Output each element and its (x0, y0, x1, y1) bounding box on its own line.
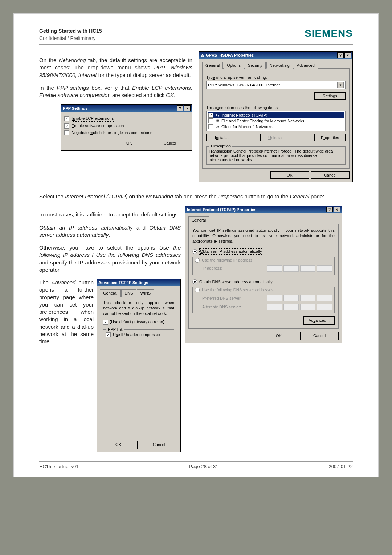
chevron-down-icon: ▼ (337, 82, 344, 88)
checkbox[interactable]: ✓ (106, 332, 111, 337)
tab-general[interactable]: General (100, 289, 121, 297)
description-label: Description (209, 144, 232, 148)
tabs: General (188, 216, 339, 224)
doc-title: Getting Started with HC15 (39, 28, 102, 35)
header-rule (39, 44, 353, 45)
dlg-titlebar[interactable]: PPP Settings ? × (61, 105, 192, 112)
ppp-opt2: Enable software compression (72, 123, 124, 129)
adv-opt2: Use IP header compressio (113, 332, 160, 337)
cancel-button[interactable]: Cancel (311, 171, 350, 179)
server-type-dropdown[interactable]: PPP: Windows 95/98/NT4/2000, Internet ▼ (206, 81, 346, 89)
item-text: File and Printer Sharing for Microsoft N… (221, 119, 304, 123)
footer-left: HC15_startup_v01 (39, 464, 78, 469)
tabs: General DNS WINS (100, 289, 177, 297)
install-button[interactable]: Install... (206, 134, 237, 141)
cancel-button[interactable]: Cancel (140, 441, 178, 449)
tab-wins[interactable]: WINS (137, 289, 154, 297)
close-icon[interactable]: × (334, 207, 340, 212)
conn-label: This connection uses the following items… (206, 105, 346, 110)
dropdown-value: PPP: Windows 95/98/NT4/2000, Internet (208, 83, 280, 87)
paragraph-4: In most cases, it is sufficient to accep… (39, 211, 181, 218)
help-icon[interactable]: ? (326, 207, 333, 212)
cancel-button[interactable]: Cancel (300, 332, 339, 340)
client-icon: 🖳 (215, 124, 220, 129)
ip-input (267, 295, 332, 301)
tab-general[interactable]: General (188, 216, 209, 224)
tab-general[interactable]: General (202, 62, 223, 69)
checkbox[interactable]: ✓ (64, 123, 69, 129)
alt-dns-label: Alternate DNS server: (202, 304, 241, 310)
dlg-title-text: Internet Protocol (TCP/IP) Properties (187, 207, 256, 212)
list-item[interactable]: 🖳 Client for Microsoft Networks (208, 124, 344, 130)
tcpip-r2: Use the following IP address: (202, 258, 253, 263)
tcpip-r4: Use the following DNS server addresses: (202, 287, 275, 293)
gprs-properties-dialog: 🖧 GPRS_HSDPA Properties ? × General Opti… (199, 51, 353, 182)
ok-button[interactable]: OK (260, 332, 298, 340)
pref-dns-label: Preferred DNS server: (202, 296, 242, 301)
paragraph-3: Select the Internet Protocol (TCP/IP) on… (39, 193, 353, 200)
radio[interactable] (195, 288, 200, 292)
list-item[interactable]: ✓ ⇆ Internet Protocol (TCP/IP) (208, 112, 344, 118)
tab-networking[interactable]: Networking (266, 62, 293, 69)
close-icon[interactable]: × (344, 52, 351, 58)
ok-button[interactable]: OK (110, 139, 148, 147)
advanced-tcpip-dialog: Advanced TCP/IP Settings General DNS WIN… (97, 279, 181, 452)
tcpip-intro: You can get IP settings assigned automat… (192, 228, 335, 244)
properties-button[interactable]: Properties (314, 134, 346, 141)
tab-security[interactable]: Security (245, 62, 266, 69)
tcpip-properties-dialog: Internet Protocol (TCP/IP) Properties ? … (185, 206, 342, 343)
description-text: Transmission Control Protocol/Internet P… (209, 149, 343, 162)
dlg-titlebar[interactable]: 🖧 GPRS_HSDPA Properties ? × (199, 52, 352, 59)
radio[interactable] (195, 258, 200, 263)
tabs: General Options Security Networking Adva… (202, 62, 350, 69)
advanced-button[interactable]: Advanced... (303, 316, 335, 325)
item-text: Internet Protocol (TCP/IP) (221, 113, 268, 117)
dlg-title-text: GPRS_HSDPA Properties (206, 53, 254, 57)
tab-advanced[interactable]: Advanced (294, 62, 318, 69)
help-icon[interactable]: ? (177, 105, 183, 111)
checkbox[interactable]: ✓ (103, 320, 108, 325)
components-listbox[interactable]: ✓ ⇆ Internet Protocol (TCP/IP) 🖶 File an… (206, 111, 346, 131)
dlg-titlebar[interactable]: Advanced TCP/IP Settings (97, 279, 180, 286)
ppp-link-label: PPP link (106, 327, 124, 332)
paragraph-2: In the PPP settings box, verify that Ena… (39, 84, 192, 99)
checkbox[interactable]: ✓ (208, 113, 213, 118)
ok-button[interactable]: OK (99, 441, 138, 449)
radio[interactable] (192, 279, 197, 284)
tab-dns[interactable]: DNS (121, 289, 136, 297)
uninstall-button: Uninstall (260, 134, 291, 141)
close-icon[interactable]: × (184, 105, 191, 111)
dlg-icon: 🖧 (201, 53, 206, 57)
ok-button[interactable]: OK (270, 171, 309, 179)
type-label: Type of dial-up server I am calling: (206, 75, 346, 80)
paragraph-5: Obtain an IP address automatically and O… (39, 224, 181, 239)
ip-label: IP address: (202, 266, 222, 271)
ip-input (267, 304, 332, 310)
ppp-opt1: EEnable LCP extensionsnable LCP extensio… (72, 116, 114, 122)
dlg-title-text: PPP Settings (63, 106, 87, 111)
checkbox[interactable]: ✓ (64, 116, 69, 121)
protocol-icon: ⇆ (215, 113, 220, 118)
checkbox[interactable] (208, 118, 213, 123)
dlg-titlebar[interactable]: Internet Protocol (TCP/IP) Properties ? … (185, 206, 342, 213)
adv-opt1: Use default gateway on remo (110, 319, 164, 325)
cancel-button[interactable]: Cancel (151, 139, 189, 147)
tab-options[interactable]: Options (224, 62, 244, 69)
dlg-title-text: Advanced TCP/IP Settings (98, 280, 148, 285)
footer-center: Page 28 of 31 (189, 464, 218, 469)
list-item[interactable]: 🖶 File and Printer Sharing for Microsoft… (208, 118, 344, 124)
ppp-settings-dialog: PPP Settings ? × ✓ EEnable LCP extension… (61, 104, 192, 150)
tcpip-r3: Obtain DNS server address automatically (199, 279, 273, 285)
checkbox[interactable] (64, 130, 69, 135)
help-icon[interactable]: ? (337, 52, 344, 58)
radio[interactable] (192, 249, 197, 254)
brand-logo: SIEMENS (305, 28, 353, 39)
tcpip-r1: Obtain an IP address automatically (199, 248, 262, 255)
settings-button[interactable]: Settings (314, 92, 346, 100)
paragraph-1: On the Networking tab, the default setti… (39, 57, 192, 79)
ppp-opt3: Negotiate multi-link for single link con… (72, 130, 152, 135)
doc-subtitle: Confidential / Preliminary (39, 35, 102, 42)
checkbox[interactable] (208, 124, 213, 129)
item-text: Client for Microsoft Networks (221, 125, 273, 129)
footer-right: 2007-01-22 (329, 464, 353, 469)
